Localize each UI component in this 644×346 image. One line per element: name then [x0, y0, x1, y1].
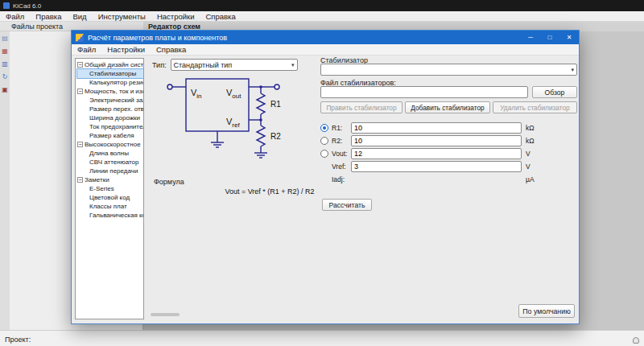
field-label-Iadj: Iadj: [332, 175, 351, 183]
tree-item-Калькулятор резисторов[interactable]: Калькулятор резисторов [77, 78, 143, 87]
menu-item-Файл[interactable]: Файл [0, 11, 30, 21]
app-menubar: ФайлПравкаВидИнструментыНастройкиСправка [0, 11, 644, 22]
collapse-icon[interactable]: − [77, 62, 83, 68]
defaults-button[interactable]: По умолчанию [518, 304, 575, 318]
minimize-button[interactable]: ─ [521, 31, 540, 44]
input-R2[interactable] [351, 135, 522, 146]
menu-item-Настройки[interactable]: Настройки [151, 11, 200, 21]
tree-item-Ширина дорожки[interactable]: Ширина дорожки [77, 113, 143, 122]
project-files-label: Файлы проекта [11, 23, 63, 31]
tree-item-Длина волны[interactable]: Длина волны [77, 149, 143, 158]
pcb-calculator-dialog: Расчёт параметров платы и компонентов ─ … [71, 30, 580, 324]
input-R1[interactable] [351, 122, 522, 134]
unit-label-Vref: V [526, 163, 530, 171]
collapse-icon[interactable]: − [77, 89, 83, 94]
field-row-Vref: Vref:V [320, 160, 577, 173]
dialog-title: Расчёт параметров платы и компонентов [88, 34, 227, 42]
tree-item-Цветовой код[interactable]: Цветовой код [77, 193, 143, 202]
pcb-icon[interactable]: ▦ [1, 47, 9, 56]
menu-item-Справка[interactable]: Справка [151, 44, 192, 55]
regulator-select[interactable]: ▾ [320, 64, 577, 76]
schematic-icon[interactable]: ▥ [1, 60, 9, 68]
r2-label: R2 [270, 132, 281, 141]
dialog-titlebar[interactable]: Расчёт параметров платы и компонентов ─ … [72, 31, 579, 44]
tree-item-Размер перех. отв.[interactable]: Размер перех. отв. [77, 105, 143, 113]
tree-item-Гальваническая коррозия[interactable]: Гальваническая коррозия [77, 211, 143, 220]
kicad-logo-icon [3, 2, 10, 9]
tree-item-Размер кабеля[interactable]: Размер кабеля [77, 131, 143, 140]
chevron-down-icon: ▾ [291, 62, 295, 68]
library-icon[interactable]: ▣ [1, 86, 9, 94]
menu-item-Правка[interactable]: Правка [30, 11, 67, 21]
regulator-type-select[interactable]: Стандартный тип ▾ [171, 59, 298, 71]
regulator-page: Тип: Стандартный тип ▾ [146, 56, 576, 320]
tree-item-Линии передачи[interactable]: Линии передачи [77, 167, 143, 175]
collapse-icon[interactable]: − [77, 177, 83, 183]
app-title: KiCad 6.0 [13, 2, 41, 10]
unit-label-Iadj: µA [526, 175, 535, 183]
tree-group-label: Заметки [85, 176, 109, 183]
sheet-icon[interactable]: ▤ [1, 35, 9, 43]
menu-item-Инструменты[interactable]: Инструменты [93, 11, 151, 21]
field-row-Vout: Vout:V [320, 147, 577, 160]
tree-item-СВЧ аттенюатор[interactable]: СВЧ аттенюатор [77, 158, 143, 167]
menu-item-Вид[interactable]: Вид [67, 11, 92, 21]
status-project-label: Проект: [5, 336, 31, 344]
regulator-type-value: Стандартный тип [174, 61, 233, 69]
tree-item-E-Series[interactable]: E-Series [77, 184, 143, 193]
tree-group-label: Общий дизайн системы [85, 61, 144, 68]
tree-item-Стабилизаторы[interactable]: Стабилизаторы [77, 69, 143, 78]
input-Vref[interactable] [351, 161, 522, 172]
chevron-down-icon: ▾ [571, 67, 574, 73]
formula-text: Vout = Vref * (R1 + R2) / R2 [165, 187, 374, 196]
browse-button[interactable]: Обзор [532, 86, 577, 98]
vout-label: Vout [226, 88, 242, 100]
tree-group-label: Мощность, ток и изоляция [85, 88, 144, 95]
close-button[interactable]: ✕ [559, 31, 579, 44]
menu-item-Настройки[interactable]: Настройки [101, 44, 151, 55]
regulator-file-input[interactable] [320, 86, 528, 98]
r1-label: R1 [270, 100, 281, 109]
tree-item-Классы плат[interactable]: Классы плат [77, 202, 143, 211]
tree-group-Заметки[interactable]: −Заметки [77, 175, 143, 184]
unit-label-Vout: V [526, 150, 530, 158]
tree-group-Общий дизайн системы[interactable]: −Общий дизайн системы [77, 60, 143, 69]
tree-group-Высокоскоростное[interactable]: −Высокоскоростное [77, 140, 143, 149]
add-regulator-button[interactable]: Добавить стабилизатор [405, 101, 490, 113]
remove-regulator-button[interactable]: Удалить стабилизатор [493, 101, 577, 113]
formula-label: Формула [154, 178, 184, 186]
edit-regulator-button[interactable]: Править стабилизатор [320, 101, 402, 113]
field-label-R2: R2: [332, 137, 351, 145]
unit-label-R2: kΩ [526, 137, 535, 145]
field-row-Iadj: Iadj:µA [320, 173, 577, 186]
radio-R1[interactable] [320, 124, 328, 132]
field-label-Vout: Vout: [332, 150, 351, 158]
menu-item-Справка[interactable]: Справка [200, 11, 241, 21]
input-Vout[interactable] [351, 148, 522, 159]
regulator-fields: R1:kΩR2:kΩVout:VVref:VIadj:µA [320, 122, 577, 186]
menu-item-Файл[interactable]: Файл [72, 44, 101, 55]
left-toolbar: ▤▦▥↻▣ [0, 31, 10, 330]
maximize-button[interactable]: □ [540, 31, 559, 44]
radio-Vout[interactable] [320, 150, 328, 158]
calculate-button[interactable]: Рассчитать [322, 199, 372, 211]
tree-group-label: Высокоскоростное [85, 141, 141, 148]
field-row-R2: R2:kΩ [320, 134, 577, 147]
tree-item-Электрический зазор[interactable]: Электрический зазор [77, 96, 143, 105]
type-label: Тип: [152, 61, 167, 69]
vin-label: Vin [191, 88, 202, 100]
tree-item-Ток предохранителя[interactable]: Ток предохранителя [77, 122, 143, 131]
collapse-icon[interactable]: − [77, 142, 83, 147]
field-row-R1: R1:kΩ [320, 122, 577, 134]
field-label-R1: R1: [332, 124, 351, 132]
dialog-menubar: ФайлНастройкиСправка [72, 44, 579, 56]
statusbar: Проект: [0, 330, 644, 346]
radio-R2[interactable] [320, 137, 328, 145]
tree-group-Мощность, ток и изоляция[interactable]: −Мощность, ток и изоляция [77, 87, 143, 96]
field-label-Vref: Vref: [332, 163, 351, 171]
refresh-icon[interactable]: ↻ [1, 73, 9, 81]
unit-label-R1: kΩ [526, 124, 535, 132]
calculator-tree: −Общий дизайн системыСтабилизаторыКальку… [75, 58, 144, 319]
calculator-icon [76, 34, 84, 42]
notification-bell-icon[interactable] [633, 337, 639, 344]
